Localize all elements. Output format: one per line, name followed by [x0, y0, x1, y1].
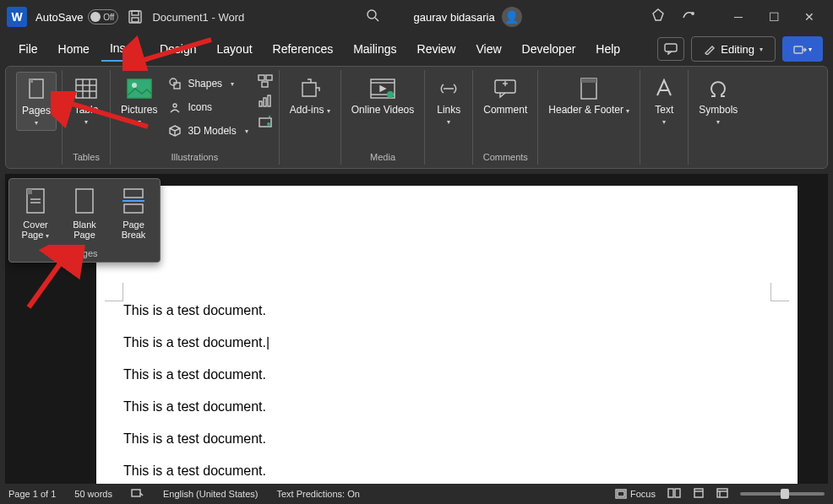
svg-point-30 — [387, 91, 394, 98]
title-center: gaurav bidasaria 👤 — [253, 7, 634, 27]
user-area[interactable]: gaurav bidasaria 👤 — [414, 7, 522, 27]
focus-button[interactable]: Focus — [615, 489, 656, 499]
chart-button[interactable] — [257, 92, 274, 111]
tab-references[interactable]: References — [264, 37, 342, 61]
user-name: gaurav bidasaria — [414, 11, 495, 24]
zoom-slider-knob[interactable] — [781, 489, 789, 499]
status-language[interactable]: English (United States) — [163, 489, 259, 499]
links-label: Links — [437, 105, 460, 116]
blank-page-label: Blank Page — [65, 219, 104, 240]
svg-line-4 — [375, 18, 378, 21]
document-name[interactable]: Document1 - Word — [152, 11, 244, 24]
header-footer-button[interactable]: Header & Footer ▾ — [543, 72, 634, 120]
svg-rect-51 — [675, 489, 680, 497]
pages-label: Pages — [22, 106, 51, 117]
svg-rect-40 — [76, 189, 93, 213]
save-icon[interactable] — [127, 8, 144, 25]
tables-group-label: Tables — [73, 152, 100, 165]
status-words[interactable]: 50 words — [74, 489, 112, 499]
autosave-label: AutoSave — [35, 11, 83, 24]
status-page[interactable]: Page 1 of 1 — [8, 489, 56, 499]
maximize-button[interactable]: ☐ — [757, 4, 791, 30]
autosave-state: Off — [103, 13, 114, 22]
text-icon — [651, 75, 678, 102]
text-label: Text — [655, 105, 673, 116]
autosave-control[interactable]: AutoSave Off — [35, 9, 118, 24]
icons-button[interactable]: Icons — [164, 95, 251, 119]
symbols-button[interactable]: Symbols ▾ — [694, 72, 743, 129]
shapes-icon — [167, 76, 182, 91]
tab-mailings[interactable]: Mailings — [345, 37, 405, 61]
cover-page-label: Cover Page ▾ — [16, 219, 55, 241]
copilot-icon[interactable] — [681, 8, 696, 26]
svg-line-46 — [29, 257, 65, 307]
chevron-down-icon: ▾ — [35, 119, 38, 127]
3dmodels-button[interactable]: 3D Models▾ — [164, 119, 251, 143]
links-button[interactable]: Links ▾ — [430, 72, 467, 129]
document-content[interactable]: This is a test document.This is a test d… — [123, 302, 270, 484]
screenshot-button[interactable] — [257, 112, 274, 131]
blank-page-button[interactable]: Blank Page — [62, 184, 107, 245]
svg-rect-54 — [717, 489, 727, 497]
icons-label: Icons — [188, 101, 212, 113]
online-videos-button[interactable]: Online Videos — [346, 72, 420, 119]
group-comments: Comment Comments — [473, 70, 538, 165]
video-label: Online Videos — [351, 105, 415, 116]
status-predictions[interactable]: Text Predictions: On — [276, 489, 359, 499]
symbols-label: Symbols — [699, 105, 738, 116]
comments-pane-button[interactable] — [657, 37, 684, 61]
3dmodels-label: 3D Models — [188, 125, 236, 137]
comment-label: Comment — [483, 105, 527, 116]
web-layout-icon[interactable] — [716, 488, 728, 500]
autosave-toggle[interactable]: Off — [88, 9, 118, 24]
svg-rect-52 — [694, 489, 703, 497]
minimize-button[interactable]: ─ — [721, 4, 755, 30]
avatar: 👤 — [502, 7, 522, 27]
editing-mode-button[interactable]: Editing ▾ — [691, 36, 776, 62]
text-button[interactable]: Text ▾ — [645, 72, 683, 129]
premium-icon[interactable] — [651, 8, 666, 26]
read-mode-icon[interactable] — [667, 488, 681, 500]
word-app-icon: W — [7, 7, 27, 27]
shapes-button[interactable]: Shapes▾ — [164, 72, 251, 95]
svg-rect-42 — [124, 204, 143, 213]
paragraph[interactable]: This is a test document. — [123, 398, 270, 415]
group-text: Text ▾ — [640, 70, 689, 165]
zoom-slider[interactable] — [740, 492, 825, 496]
search-icon[interactable] — [365, 8, 380, 26]
print-layout-icon[interactable] — [693, 488, 705, 500]
annotation-arrow — [122, 35, 215, 71]
tab-help[interactable]: Help — [587, 37, 629, 61]
svg-point-3 — [368, 10, 376, 19]
tab-home[interactable]: Home — [50, 37, 98, 61]
addins-button[interactable]: Add-ins ▾ — [285, 72, 335, 120]
quick-access — [651, 8, 696, 26]
tab-view[interactable]: View — [467, 37, 509, 61]
page-break-button[interactable]: Page Break — [111, 184, 156, 245]
document-page[interactable]: This is a test document.This is a test d… — [96, 186, 798, 484]
page-break-label: Page Break — [114, 219, 153, 240]
paragraph[interactable]: This is a test document. — [123, 463, 270, 480]
status-bar: Page 1 of 1 50 words English (United Sta… — [0, 484, 833, 504]
svg-point-5 — [692, 13, 694, 14]
tab-developer[interactable]: Developer — [514, 37, 585, 61]
close-button[interactable]: ✕ — [792, 4, 826, 30]
addins-label: Add-ins ▾ — [290, 105, 330, 117]
smartart-button[interactable] — [257, 72, 274, 90]
svg-rect-20 — [266, 75, 272, 80]
cover-page-button[interactable]: Cover Page ▾ — [13, 184, 58, 245]
comment-button[interactable]: Comment — [478, 72, 532, 119]
paragraph[interactable]: This is a test document. — [123, 334, 270, 351]
svg-point-16 — [170, 79, 177, 85]
spellcheck-icon[interactable] — [131, 487, 144, 501]
paragraph[interactable]: This is a test document. — [123, 366, 270, 383]
svg-rect-19 — [259, 75, 264, 80]
paragraph[interactable]: This is a test document. — [123, 431, 270, 447]
paragraph[interactable]: This is a test document. — [123, 302, 270, 319]
tab-file[interactable]: File — [10, 37, 46, 61]
svg-rect-23 — [264, 98, 266, 106]
share-button[interactable]: ▾ — [782, 36, 823, 62]
svg-point-18 — [173, 104, 177, 107]
tab-layout[interactable]: Layout — [209, 37, 261, 61]
tab-review[interactable]: Review — [409, 37, 465, 61]
